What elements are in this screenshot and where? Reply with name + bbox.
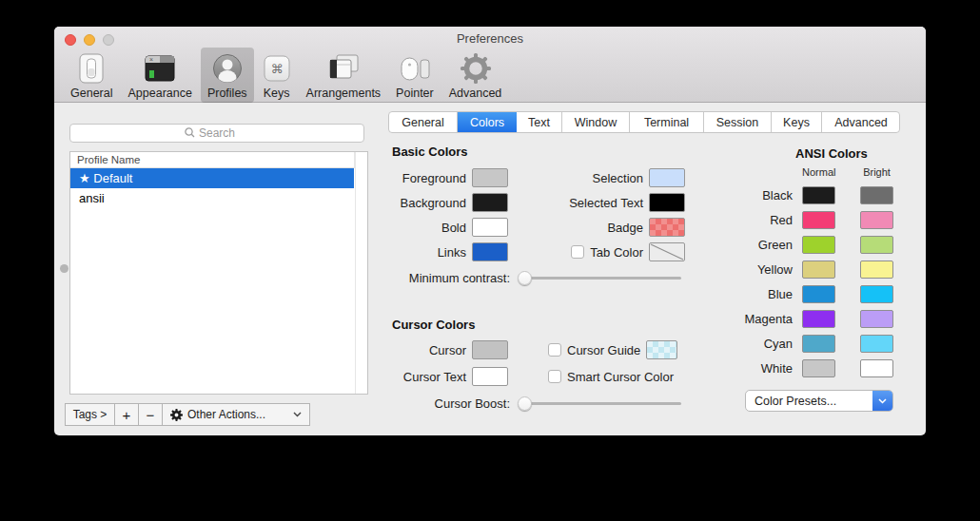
cursor-text-label: Cursor Text bbox=[378, 370, 466, 384]
tab-color-label: Tab Color bbox=[590, 245, 643, 260]
ansi-yellow-bright-well[interactable] bbox=[860, 260, 893, 279]
toolbar-item-general[interactable]: General bbox=[64, 48, 119, 103]
gear-icon bbox=[170, 409, 183, 421]
selection-label: Selection bbox=[530, 171, 643, 185]
ansi-red-bright-well[interactable] bbox=[860, 211, 893, 229]
toolbar-item-pointer[interactable]: Pointer bbox=[389, 48, 441, 103]
tab-session[interactable]: Session bbox=[704, 112, 772, 132]
tab-color-row: Tab Color bbox=[530, 242, 643, 261]
badge-row: Badge bbox=[530, 218, 685, 237]
toolbar-label: Profiles bbox=[207, 87, 247, 100]
toolbar-item-appearance[interactable]: × Appearance bbox=[121, 48, 198, 103]
profile-list-header[interactable]: Profile Name bbox=[70, 152, 367, 168]
cursor-colors-title: Cursor Colors bbox=[392, 318, 475, 332]
chevron-down-icon bbox=[293, 412, 302, 417]
profile-list-scrollbar[interactable] bbox=[355, 152, 367, 394]
ansi-yellow-normal-well[interactable] bbox=[802, 260, 835, 279]
tab-color-well[interactable] bbox=[649, 242, 685, 261]
bright-column-header: Bright bbox=[860, 166, 893, 178]
links-color-well[interactable] bbox=[472, 242, 508, 261]
other-actions-button[interactable]: Other Actions... bbox=[163, 403, 310, 426]
cursor-guide-row: Cursor Guide bbox=[548, 340, 677, 359]
minimum-contrast-label: Minimum contrast: bbox=[378, 271, 510, 285]
minimum-contrast-slider[interactable] bbox=[519, 271, 681, 285]
basic-colors-title: Basic Colors bbox=[392, 145, 467, 159]
preferences-window: Preferences General × Appearance bbox=[54, 27, 926, 435]
badge-color-well[interactable] bbox=[649, 218, 685, 237]
selection-color-well[interactable] bbox=[649, 168, 685, 187]
slider-knob[interactable] bbox=[518, 396, 532, 411]
ansi-magenta-normal-well[interactable] bbox=[802, 310, 835, 328]
other-actions-label: Other Actions... bbox=[187, 408, 265, 421]
tab-general[interactable]: General bbox=[389, 112, 458, 132]
minimum-contrast-row: Minimum contrast: bbox=[378, 268, 510, 287]
cursor-guide-checkbox[interactable] bbox=[548, 343, 561, 357]
ansi-row-white: White bbox=[711, 358, 893, 377]
cursor-boost-slider[interactable] bbox=[519, 396, 681, 411]
ansi-blue-bright-well[interactable] bbox=[860, 285, 893, 303]
ansi-white-bright-well[interactable] bbox=[860, 359, 893, 377]
foreground-color-well[interactable] bbox=[472, 168, 508, 187]
dropdown-cap bbox=[872, 391, 892, 411]
ansi-red-normal-well[interactable] bbox=[802, 211, 835, 229]
selected-text-color-well[interactable] bbox=[649, 193, 685, 212]
profile-row-ansii[interactable]: ansii bbox=[70, 188, 354, 208]
slider-track[interactable] bbox=[519, 277, 681, 280]
ansi-green-bright-well[interactable] bbox=[860, 236, 893, 254]
tab-colors[interactable]: Colors bbox=[458, 112, 517, 132]
slider-track[interactable] bbox=[519, 402, 681, 405]
cursor-color-well[interactable] bbox=[472, 340, 508, 359]
remove-profile-button[interactable]: − bbox=[139, 403, 163, 426]
links-row: Links bbox=[378, 242, 508, 261]
tab-text[interactable]: Text bbox=[517, 112, 562, 132]
selection-row: Selection bbox=[530, 168, 685, 187]
tab-color-checkbox[interactable] bbox=[571, 245, 584, 259]
slider-knob[interactable] bbox=[518, 271, 532, 285]
ansi-blue-normal-well[interactable] bbox=[802, 285, 835, 303]
titlebar: Preferences bbox=[54, 27, 926, 48]
ansi-row-magenta: Magenta bbox=[711, 309, 893, 328]
ansi-cyan-normal-well[interactable] bbox=[802, 335, 835, 353]
tab-window[interactable]: Window bbox=[562, 112, 630, 132]
smart-cursor-checkbox[interactable] bbox=[548, 370, 561, 383]
search-input[interactable] bbox=[69, 124, 364, 143]
ansi-row-red: Red bbox=[711, 210, 893, 229]
tab-keys[interactable]: Keys bbox=[772, 112, 822, 132]
ansi-white-normal-well[interactable] bbox=[802, 359, 835, 377]
ansi-green-normal-well[interactable] bbox=[802, 236, 835, 254]
tab-advanced[interactable]: Advanced bbox=[822, 112, 900, 132]
command-key-icon: ⌘ bbox=[263, 51, 291, 86]
toolbar-item-keys[interactable]: ⌘ Keys bbox=[256, 48, 298, 103]
toolbar-item-advanced[interactable]: Advanced bbox=[442, 48, 509, 103]
ansi-black-normal-well[interactable] bbox=[802, 186, 835, 204]
color-presets-dropdown[interactable]: Color Presets... bbox=[745, 390, 893, 412]
toolbar-item-profiles[interactable]: Profiles bbox=[201, 48, 254, 103]
svg-text:×: × bbox=[149, 56, 153, 63]
tags-button[interactable]: Tags > bbox=[65, 403, 115, 426]
background-color-well[interactable] bbox=[472, 193, 508, 212]
profile-footer-buttons: Tags > + − Other Actions... bbox=[65, 403, 310, 426]
ansi-row-blue: Blue bbox=[711, 284, 893, 303]
ansi-label: Blue bbox=[711, 287, 793, 301]
ansi-cyan-bright-well[interactable] bbox=[860, 335, 893, 353]
cursor-guide-color-well[interactable] bbox=[646, 340, 677, 359]
cursor-text-color-well[interactable] bbox=[472, 367, 508, 386]
search-field-wrap bbox=[69, 124, 364, 143]
ansi-magenta-bright-well[interactable] bbox=[860, 310, 893, 328]
normal-column-header: Normal bbox=[802, 166, 835, 178]
tab-terminal[interactable]: Terminal bbox=[630, 112, 704, 132]
cursor-boost-row: Cursor Boost: bbox=[378, 394, 510, 413]
smart-cursor-label: Smart Cursor Color bbox=[567, 370, 674, 384]
chevron-down-icon bbox=[878, 398, 887, 404]
foreground-row: Foreground bbox=[378, 168, 508, 187]
bold-color-well[interactable] bbox=[472, 218, 508, 237]
toolbar-item-arrangements[interactable]: Arrangements bbox=[300, 48, 388, 103]
ansi-label: Black bbox=[711, 188, 793, 203]
add-profile-button[interactable]: + bbox=[115, 403, 139, 426]
profile-row-default[interactable]: ★ Default bbox=[70, 168, 354, 188]
bold-label: Bold bbox=[378, 221, 466, 235]
mouse-icon bbox=[399, 51, 431, 86]
ansi-black-bright-well[interactable] bbox=[860, 186, 893, 204]
pane-splitter-dot[interactable] bbox=[60, 264, 69, 273]
no-color-diagonal bbox=[650, 243, 684, 260]
